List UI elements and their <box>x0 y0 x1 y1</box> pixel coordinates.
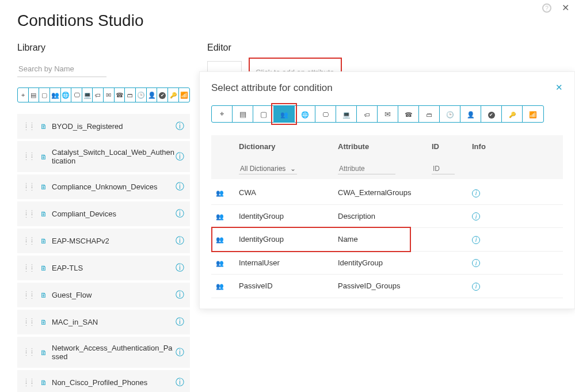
id-filter-input[interactable] <box>432 163 455 174</box>
desktop-icon[interactable] <box>82 88 93 102</box>
users-icon[interactable] <box>274 106 295 122</box>
document-icon <box>40 291 47 299</box>
globe-icon[interactable] <box>61 88 72 102</box>
close-icon[interactable]: ✕ <box>562 2 569 13</box>
pin-icon[interactable] <box>18 88 29 102</box>
ticket-icon[interactable] <box>93 88 104 102</box>
document-icon <box>40 122 47 131</box>
dictionary-cell: PassiveID <box>239 281 338 290</box>
library-item-name: Guest_Flow <box>52 291 176 299</box>
card-icon[interactable] <box>29 88 40 102</box>
library-item[interactable]: ⋮⋮⋮⋮MAC_in_SANⓘ <box>17 310 190 334</box>
wifi-icon[interactable] <box>179 88 189 102</box>
editor-title: Editor <box>207 43 558 53</box>
drag-handle-icon[interactable]: ⋮⋮⋮⋮ <box>23 124 35 130</box>
check-icon[interactable] <box>157 88 168 102</box>
attribute-row[interactable]: IdentityGroupNamei <box>211 228 563 252</box>
library-item-name: Compliant_Devices <box>52 210 176 218</box>
document-icon <box>40 237 47 245</box>
info-icon[interactable]: i <box>472 189 480 197</box>
library-item-name: MAC_in_SAN <box>52 318 176 326</box>
database-icon[interactable] <box>419 106 440 122</box>
help-icon[interactable]: ? <box>542 3 551 13</box>
info-icon[interactable]: ⓘ <box>176 151 184 162</box>
drag-handle-icon[interactable]: ⋮⋮⋮⋮ <box>23 238 35 244</box>
dictionary-header: Dictionary <box>239 142 338 151</box>
drag-handle-icon[interactable]: ⋮⋮⋮⋮ <box>23 380 35 386</box>
library-item[interactable]: ⋮⋮⋮⋮Guest_Flowⓘ <box>17 283 190 307</box>
database-icon[interactable] <box>125 88 136 102</box>
drag-handle-icon[interactable]: ⋮⋮⋮⋮ <box>23 184 35 190</box>
library-item[interactable]: ⋮⋮⋮⋮EAP-MSCHAPv2ⓘ <box>17 229 190 253</box>
attribute-row[interactable]: CWACWA_ExternalGroupsi <box>211 181 563 205</box>
dictionary-cell: IdentityGroup <box>239 212 338 220</box>
attribute-row[interactable]: PassiveIDPassiveID_Groupsi <box>211 275 563 298</box>
wifi-icon[interactable] <box>523 106 543 122</box>
desktop-icon[interactable] <box>336 106 357 122</box>
panel-close-icon[interactable]: ✕ <box>555 82 563 93</box>
clock-icon[interactable] <box>440 106 460 122</box>
info-icon[interactable]: i <box>472 283 480 291</box>
users-icon <box>216 212 224 220</box>
card-icon[interactable] <box>233 106 253 122</box>
info-icon[interactable]: ⓘ <box>176 121 184 132</box>
id-header: ID <box>432 142 472 151</box>
library-item[interactable]: ⋮⋮⋮⋮Network_Access_Authentication_Passed… <box>17 337 190 368</box>
mail-icon[interactable] <box>378 106 398 122</box>
library-item-name: EAP-MSCHAPv2 <box>52 237 176 245</box>
library-item[interactable]: ⋮⋮⋮⋮Compliant_Devicesⓘ <box>17 201 190 226</box>
dictionary-filter-select[interactable]: All Dictionaries ⌄ <box>239 163 297 174</box>
library-filter-icons <box>17 87 190 102</box>
attribute-panel-title: Select attribute for condition <box>211 82 563 94</box>
info-icon[interactable]: ⓘ <box>176 235 184 246</box>
user-icon[interactable] <box>147 88 158 102</box>
mail-icon[interactable] <box>104 88 115 102</box>
users-icon <box>216 258 224 267</box>
info-icon[interactable]: ⓘ <box>176 377 184 388</box>
globe-icon[interactable] <box>295 106 315 122</box>
info-icon[interactable]: ⓘ <box>176 208 184 219</box>
monitor-icon[interactable] <box>71 88 82 102</box>
library-item[interactable]: ⋮⋮⋮⋮Catalyst_Switch_Local_Web_Authentica… <box>17 141 190 172</box>
drag-handle-icon[interactable]: ⋮⋮⋮⋮ <box>23 154 35 159</box>
clock-icon[interactable] <box>136 88 147 102</box>
phone-icon[interactable] <box>115 88 125 102</box>
info-icon[interactable]: i <box>472 212 480 220</box>
info-icon[interactable]: ⓘ <box>176 262 184 273</box>
info-icon[interactable]: ⓘ <box>176 181 184 192</box>
drag-handle-icon[interactable]: ⋮⋮⋮⋮ <box>23 265 35 271</box>
attribute-table-headers: Dictionary Attribute ID Info <box>211 135 563 158</box>
users-icon <box>216 235 224 243</box>
attribute-row[interactable]: InternalUserIdentityGroupi <box>211 252 563 275</box>
info-icon[interactable]: ⓘ <box>176 347 184 358</box>
library-item[interactable]: ⋮⋮⋮⋮BYOD_is_Registeredⓘ <box>17 114 190 139</box>
info-icon[interactable]: i <box>472 259 480 267</box>
drag-handle-icon[interactable]: ⋮⋮⋮⋮ <box>23 349 35 355</box>
key-icon[interactable] <box>168 88 179 102</box>
attribute-row[interactable]: IdentityGroupDescriptioni <box>211 205 563 229</box>
attribute-filter-input[interactable] <box>338 163 395 174</box>
user-icon[interactable] <box>460 106 481 122</box>
square-icon[interactable] <box>39 88 50 102</box>
info-icon[interactable]: ⓘ <box>176 317 184 328</box>
monitor-icon[interactable] <box>315 106 336 122</box>
square-icon[interactable] <box>253 106 274 122</box>
drag-handle-icon[interactable]: ⋮⋮⋮⋮ <box>23 211 35 217</box>
library-item-name: Compliance_Unknown_Devices <box>52 182 176 191</box>
drag-handle-icon[interactable]: ⋮⋮⋮⋮ <box>23 292 35 298</box>
info-icon[interactable]: i <box>472 236 480 244</box>
info-icon[interactable]: ⓘ <box>176 290 184 300</box>
library-item[interactable]: ⋮⋮⋮⋮Compliance_Unknown_Devicesⓘ <box>17 174 190 199</box>
search-input[interactable] <box>17 61 106 77</box>
key-icon[interactable] <box>502 106 523 122</box>
library-item[interactable]: ⋮⋮⋮⋮EAP-TLSⓘ <box>17 256 190 280</box>
users-icon[interactable] <box>50 88 61 102</box>
phone-icon[interactable] <box>398 106 419 122</box>
ticket-icon[interactable] <box>357 106 378 122</box>
library-item[interactable]: ⋮⋮⋮⋮Non_Cisco_Profiled_Phonesⓘ <box>17 370 190 392</box>
pin-icon[interactable] <box>212 106 233 122</box>
drag-handle-icon[interactable]: ⋮⋮⋮⋮ <box>23 319 35 325</box>
library-item-name: Non_Cisco_Profiled_Phones <box>52 378 176 387</box>
check-icon[interactable] <box>481 106 502 122</box>
document-icon <box>40 378 47 387</box>
